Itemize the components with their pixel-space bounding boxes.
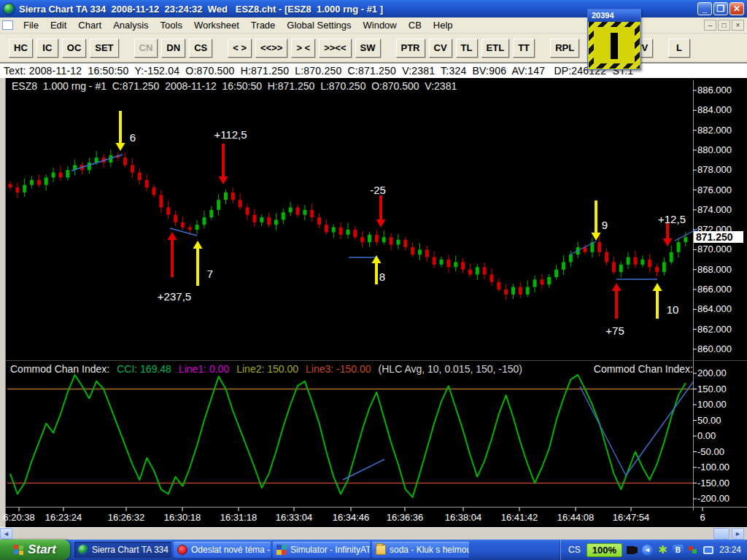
annotation-label: 7 [207, 268, 213, 280]
simulator-icon [276, 545, 287, 555]
annotation-label: +75 [605, 324, 624, 337]
cci-axis-label: -150.00 [697, 478, 729, 489]
language-indicator[interactable]: CS [568, 545, 581, 555]
tray-100-percent-badge[interactable]: 100% [587, 543, 622, 557]
alert-popup-window[interactable]: 20394 [587, 9, 641, 70]
menu-worksheet[interactable]: Worksheet [188, 18, 245, 32]
green-burst-icon[interactable]: ✱ [657, 545, 668, 556]
mdi-restore-button[interactable]: □ [718, 20, 730, 31]
toolbar-button-tt[interactable]: TT [513, 39, 535, 58]
start-button[interactable]: Start [0, 540, 70, 560]
globe-icon [78, 545, 88, 555]
toolbar-button-[interactable]: < > [228, 39, 252, 58]
menu-chart[interactable]: Chart [72, 18, 107, 32]
cci-line3-label: Line3: -150.00 [306, 363, 371, 375]
toolbar-button-cn[interactable]: CN [134, 39, 158, 58]
menu-global-settings[interactable]: Global Settings [281, 18, 357, 32]
scroll-right-button[interactable]: ► [732, 528, 744, 540]
taskbar: Start Sierra Chart TA 334 ...Odeslat nov… [0, 540, 747, 560]
restore-button[interactable]: ❐ [713, 2, 728, 15]
display-settings-icon[interactable] [688, 545, 699, 556]
warning-exclamation-icon [594, 27, 635, 63]
annotation-label: 9 [602, 219, 608, 231]
cci-axis-label: 200.00 [697, 368, 727, 378]
time-axis-label: 6 [700, 512, 705, 523]
menu-window[interactable]: Window [357, 18, 403, 32]
time-axis-label: 16:36:36 [387, 512, 424, 523]
scroll-left-button[interactable]: ◄ [0, 528, 12, 540]
toolbar-button-[interactable]: >><< [319, 39, 351, 58]
cci-name-label-right: Commod Chan Index: [594, 363, 693, 375]
task-buttons: Sierra Chart TA 334 ...Odeslat nové téma… [74, 542, 471, 558]
network-monitor-icon[interactable] [703, 546, 713, 554]
mdi-minimize-button[interactable]: – [704, 20, 716, 31]
mdi-window-controls: – □ × [703, 20, 744, 31]
toolbar-button-ptr[interactable]: PTR [396, 39, 425, 58]
menu-edit[interactable]: Edit [44, 18, 72, 32]
time-axis-label: 16:44:08 [557, 512, 595, 523]
clock: 23:24 [719, 545, 741, 555]
cci-name-label: Commod Chan Index: [10, 363, 109, 375]
annotation-label: 8 [379, 271, 385, 283]
bluetooth-icon[interactable]: B [673, 545, 684, 556]
cci-study-header: Commod Chan Index: CCI: 169.48 Line1: 0.… [10, 363, 530, 375]
horizontal-scrollbar[interactable]: ◄ ► [0, 527, 747, 540]
toolbar-button-sw[interactable]: SW [355, 39, 381, 58]
taskbar-task[interactable]: soda - Kluk s helmou ... [372, 542, 469, 558]
toolbar-button-dn[interactable]: DN [161, 39, 185, 58]
toolbar-button-[interactable]: > < [291, 39, 315, 58]
cci-axis-label: -50.00 [697, 446, 724, 457]
cci-value-label: CCI: 169.48 [117, 363, 171, 375]
hide-tray-icons-chevron[interactable]: ◄ [642, 545, 653, 556]
cci-line1-label: Line1: 0.00 [179, 363, 229, 375]
close-button[interactable]: ✕ [729, 2, 744, 15]
toolbar-button-set[interactable]: SET [90, 39, 118, 58]
menu-cb[interactable]: CB [403, 18, 427, 32]
time-axis-label: 6:20:38 [3, 512, 34, 523]
task-label: Sierra Chart TA 334 ... [92, 545, 171, 555]
chart-area[interactable] [0, 78, 747, 527]
toolbar-button-[interactable]: <<>> [255, 39, 287, 58]
time-axis-label: 16:30:18 [164, 512, 201, 523]
price-axis-label: 862.000 [697, 324, 732, 335]
minimize-button[interactable]: _ [697, 2, 712, 15]
menu-items: FileEditChartAnalysisToolsWorksheetTrade… [18, 18, 459, 32]
time-axis-label: 16:23:24 [45, 512, 82, 523]
alert-popup-titlebar[interactable]: 20394 [588, 9, 640, 22]
cci-axis-label: 100.00 [697, 399, 727, 410]
toolbar-button-cv[interactable]: CV [429, 39, 452, 58]
menu-trade[interactable]: Trade [245, 18, 281, 32]
windows-flag-icon [14, 545, 25, 556]
menu-tools[interactable]: Tools [155, 18, 188, 32]
toolbar-button-l[interactable]: L [668, 39, 690, 58]
menu-help[interactable]: Help [427, 18, 459, 32]
price-axis-label: 870.000 [697, 244, 732, 254]
price-axis-label: 878.000 [697, 164, 732, 175]
toolbar-group: < ><<>>> <>><<SW [228, 39, 384, 58]
mdi-child-icon [2, 20, 13, 30]
annotation-label: 10 [667, 303, 679, 316]
toolbar-button-rpl[interactable]: RPL [550, 39, 579, 58]
task-label: Odeslat nové téma - ... [191, 545, 271, 555]
task-label: Simulator - InfinityAT ... [290, 545, 370, 555]
price-axis-label: 868.000 [697, 264, 732, 275]
time-axis-label: 16:47:54 [613, 512, 650, 523]
time-axis-label: 16:34:46 [333, 512, 370, 523]
toolbar-button-tl[interactable]: TL [456, 39, 478, 58]
taskbar-task[interactable]: Sierra Chart TA 334 ... [74, 542, 171, 558]
toolbar-button-ic[interactable]: IC [36, 39, 58, 58]
time-axis-label: 16:38:04 [445, 512, 482, 523]
toolbar-button-cs[interactable]: CS [189, 39, 212, 58]
scrollbar-thumb[interactable] [713, 528, 729, 540]
menu-file[interactable]: File [18, 18, 44, 32]
taskbar-task[interactable]: Odeslat nové téma - ... [174, 542, 271, 558]
mdi-close-button[interactable]: × [732, 20, 744, 31]
taskbar-task[interactable]: Simulator - InfinityAT ... [273, 542, 370, 558]
menu-analysis[interactable]: Analysis [107, 18, 154, 32]
toolbar-button-hc[interactable]: HC [9, 39, 33, 58]
task-label: soda - Kluk s helmou ... [390, 545, 469, 555]
time-axis-label: 16:26:32 [108, 512, 145, 523]
power-plug-icon[interactable] [628, 547, 638, 553]
toolbar-button-oc[interactable]: OC [62, 39, 87, 58]
toolbar-button-etl[interactable]: ETL [481, 39, 510, 58]
